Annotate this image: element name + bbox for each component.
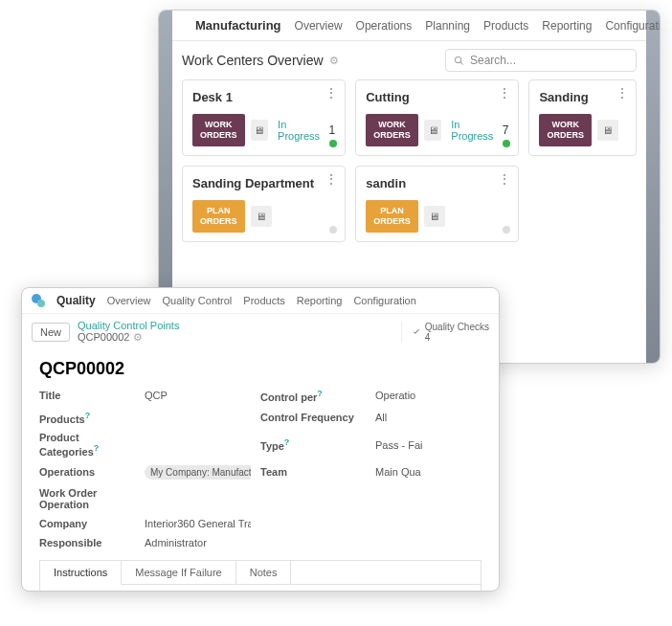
search-placeholder: Search...: [470, 54, 516, 67]
nav-planning[interactable]: Planning: [425, 19, 470, 33]
card-title: Cutting: [366, 90, 508, 104]
field-value[interactable]: My Company: Manufacturing ×: [145, 465, 251, 480]
qc-label: Quality Checks: [425, 322, 489, 332]
status-dot-icon: [329, 226, 337, 234]
status-dot-icon: [503, 140, 510, 147]
record-title: QCP00002: [39, 359, 482, 379]
qual-app-title: Quality: [56, 294, 96, 307]
status-dot-icon: [329, 140, 337, 147]
window-edge-right: [646, 11, 660, 363]
nav-operations[interactable]: Operations: [356, 19, 413, 33]
orders-button[interactable]: PLANORDERS: [366, 200, 418, 233]
card-count: 1: [329, 123, 336, 137]
field-label: Products?: [39, 411, 135, 425]
field-value[interactable]: Operatio: [375, 390, 482, 401]
gear-icon[interactable]: ⚙: [329, 55, 339, 67]
tab-instructions[interactable]: Instructions: [40, 561, 122, 585]
quality-checks-stat[interactable]: Quality Checks 4: [401, 322, 489, 343]
field-value[interactable]: Interior360 General Trading LLC: [145, 518, 251, 529]
nav-reporting[interactable]: Reporting: [542, 19, 592, 33]
field-label: Type?: [260, 437, 366, 452]
tab-message-if-failure[interactable]: Message If Failure: [122, 561, 235, 584]
breadcrumb-id: QCP00002: [78, 331, 129, 343]
nav-overview[interactable]: Overview: [295, 19, 343, 33]
field-label: Team: [260, 466, 366, 478]
card-title: sandin: [366, 176, 508, 190]
orders-button[interactable]: WORKORDERS: [192, 114, 245, 146]
mfg-app-title: Manufacturing: [195, 18, 281, 33]
work-center-card[interactable]: Sanding Department ⋮ PLANORDERS 🖥: [182, 166, 346, 242]
nav-reporting[interactable]: Reporting: [297, 295, 343, 306]
field-value[interactable]: QCP: [145, 390, 251, 401]
search-input[interactable]: Search...: [445, 49, 637, 72]
quality-window: Quality Overview Quality Control Product…: [21, 287, 500, 592]
gear-icon[interactable]: ⚙: [133, 331, 143, 343]
field-label: Responsible: [39, 537, 135, 548]
card-menu-icon[interactable]: ⋮: [498, 176, 510, 183]
work-center-card[interactable]: sandin ⋮ PLANORDERS 🖥: [355, 166, 519, 242]
field-label: Company: [39, 518, 135, 529]
orders-button[interactable]: WORKORDERS: [366, 114, 418, 146]
qual-top-nav: Quality Overview Quality Control Product…: [22, 288, 499, 314]
monitor-icon[interactable]: 🖥: [424, 120, 442, 141]
check-icon: [412, 327, 421, 337]
monitor-icon[interactable]: 🖥: [251, 206, 272, 227]
work-center-card[interactable]: Cutting ⋮ WORKORDERS 🖥In Progress7: [355, 79, 519, 156]
card-menu-icon[interactable]: ⋮: [616, 90, 628, 97]
orders-button[interactable]: WORKORDERS: [539, 114, 592, 146]
field-label: Control Frequency: [260, 412, 366, 423]
breadcrumb-link[interactable]: Quality Control Points: [78, 320, 179, 331]
nav-configuration[interactable]: Configuration: [353, 295, 415, 306]
card-title: Desk 1: [192, 90, 335, 104]
card-title: Sanding: [539, 90, 626, 104]
nav-overview[interactable]: Overview: [107, 295, 151, 306]
new-button[interactable]: New: [32, 323, 70, 342]
field-label: Operations: [39, 466, 135, 478]
qc-count: 4: [425, 332, 489, 343]
field-value[interactable]: All: [375, 412, 482, 423]
monitor-icon[interactable]: 🖥: [597, 120, 618, 141]
field-label: Control per?: [260, 389, 366, 403]
field-value[interactable]: Administrator: [145, 537, 251, 548]
search-icon: [454, 56, 464, 66]
monitor-icon[interactable]: 🖥: [424, 206, 445, 227]
nav-quality-control[interactable]: Quality Control: [163, 295, 233, 306]
nav-products[interactable]: Products: [243, 295, 284, 306]
nav-products[interactable]: Products: [483, 19, 528, 33]
svg-point-0: [455, 56, 460, 62]
card-title: Sanding Department: [192, 176, 335, 190]
monitor-icon[interactable]: 🖥: [251, 120, 269, 141]
card-status: In Progress: [451, 119, 496, 142]
qual-logo-icon: [32, 294, 45, 307]
field-label: Product Categories?: [39, 432, 135, 458]
card-menu-icon[interactable]: ⋮: [325, 90, 337, 97]
page-title: Work Centers Overview: [182, 53, 324, 68]
card-menu-icon[interactable]: ⋮: [325, 176, 337, 183]
card-count: 7: [503, 123, 509, 137]
work-center-card[interactable]: Desk 1 ⋮ WORKORDERS 🖥In Progress1: [182, 79, 346, 156]
mfg-top-nav: Manufacturing Overview Operations Planni…: [172, 11, 646, 41]
status-dot-icon: [503, 226, 510, 234]
orders-button[interactable]: PLANORDERS: [192, 200, 245, 233]
field-value[interactable]: Pass - Fai: [375, 439, 482, 451]
work-center-card[interactable]: Sanding ⋮ WORKORDERS 🖥: [528, 79, 637, 156]
nav-configuration[interactable]: Configuration: [605, 19, 661, 33]
card-status: In Progress: [278, 119, 323, 142]
field-value[interactable]: Main Qua: [375, 466, 482, 478]
field-label: Title: [39, 390, 135, 401]
operation-tag[interactable]: My Company: Manufacturing ×: [145, 465, 251, 480]
instructions-textarea[interactable]: Describe the quality check to do...: [39, 584, 482, 592]
card-menu-icon[interactable]: ⋮: [498, 90, 510, 97]
field-label: Work Order Operation: [39, 487, 135, 510]
tab-notes[interactable]: Notes: [236, 561, 292, 584]
svg-line-1: [460, 61, 463, 64]
